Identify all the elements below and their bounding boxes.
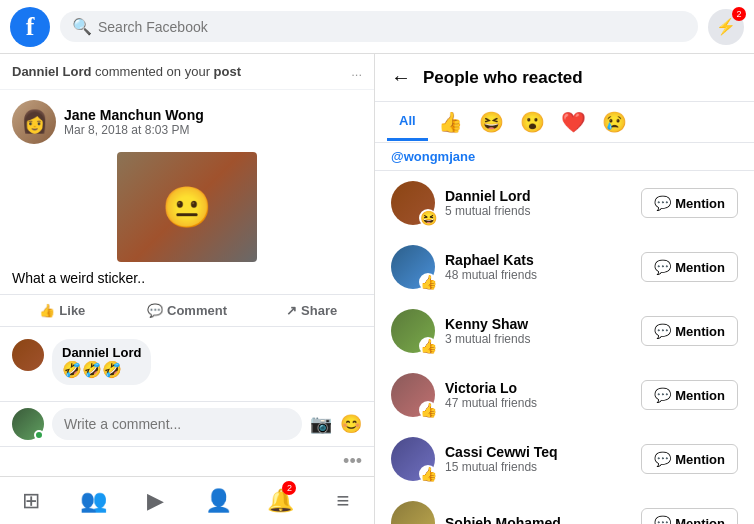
- post-image: 😐: [117, 152, 257, 262]
- person-reaction-icon: 👍: [419, 273, 437, 291]
- notification-header: Danniel Lord commented on your post...: [0, 54, 374, 90]
- post-author-name: Jane Manchun Wong: [64, 107, 362, 123]
- person-mutual: 47 mutual friends: [445, 396, 641, 410]
- right-panel: ← People who reacted All 👍 😆 😮 ❤️ 😢 @won…: [375, 54, 754, 524]
- person-info: Cassi Cewwi Teq 15 mutual friends: [445, 444, 641, 474]
- list-item: 👍 Cassi Cewwi Teq 15 mutual friends 💬 Me…: [375, 427, 754, 491]
- person-avatar-wrap: 😆: [391, 181, 435, 225]
- video-icon: ▶: [147, 488, 164, 514]
- action-buttons: 👍 Like 💬 Comment ↗ Share: [0, 294, 374, 327]
- menu-icon: ≡: [336, 488, 349, 514]
- app-header: f 🔍 ⚡ 2: [0, 0, 754, 54]
- person-mutual: 3 mutual friends: [445, 332, 641, 346]
- tab-like[interactable]: 👍: [432, 102, 469, 142]
- comment-item: Danniel Lord 🤣🤣🤣: [12, 339, 362, 385]
- mention-label: Mention: [675, 388, 725, 403]
- tab-wow[interactable]: 😮: [514, 102, 551, 142]
- share-icon: ↗: [286, 303, 297, 318]
- list-item: 😆 Danniel Lord 5 mutual friends 💬 Mentio…: [375, 171, 754, 235]
- person-avatar-wrap: 👍: [391, 373, 435, 417]
- online-indicator: [34, 430, 44, 440]
- chat-icon: 💬: [654, 451, 671, 467]
- post-user-info: Jane Manchun Wong Mar 8, 2018 at 8:03 PM: [64, 107, 362, 137]
- share-button[interactable]: ↗ Share: [249, 295, 374, 326]
- comment-button[interactable]: 💬 Comment: [125, 295, 250, 326]
- tab-love[interactable]: ❤️: [555, 102, 592, 142]
- person-name: Victoria Lo: [445, 380, 641, 396]
- mention-button[interactable]: 💬 Mention: [641, 316, 738, 346]
- search-bar[interactable]: 🔍: [60, 11, 698, 42]
- nav-profile[interactable]: 👤: [187, 477, 249, 524]
- profile-icon: 👤: [205, 488, 232, 514]
- mention-button[interactable]: 💬 Mention: [641, 188, 738, 218]
- notification-badge: 2: [282, 481, 296, 495]
- person-name: Sohieb Mohamed: [445, 515, 641, 524]
- person-name: Cassi Cewwi Teq: [445, 444, 641, 460]
- comment-input[interactable]: [52, 408, 302, 440]
- list-item: 👍 Kenny Shaw 3 mutual friends 💬 Mention: [375, 299, 754, 363]
- people-list: 😆 Danniel Lord 5 mutual friends 💬 Mentio…: [375, 171, 754, 524]
- person-avatar: [391, 501, 435, 524]
- tab-sad[interactable]: 😢: [596, 102, 633, 142]
- more-options-dots[interactable]: •••: [343, 451, 362, 472]
- comment-icon: 💬: [147, 303, 163, 318]
- chat-icon: 💬: [654, 259, 671, 275]
- camera-icon[interactable]: 📷: [310, 413, 332, 435]
- highlight-user: @wongmjane: [375, 143, 754, 171]
- mention-button[interactable]: 💬 Mention: [641, 444, 738, 474]
- back-button[interactable]: ←: [391, 66, 411, 89]
- tab-haha[interactable]: 😆: [473, 102, 510, 142]
- reaction-tabs: All 👍 😆 😮 ❤️ 😢: [375, 102, 754, 143]
- mention-button[interactable]: 💬 Mention: [641, 508, 738, 524]
- mention-label: Mention: [675, 260, 725, 275]
- person-reaction-icon: 👍: [419, 401, 437, 419]
- search-icon: 🔍: [72, 17, 92, 36]
- person-avatar-wrap: 😆: [391, 501, 435, 524]
- person-info: Sohieb Mohamed: [445, 515, 641, 524]
- nav-video[interactable]: ▶: [125, 477, 187, 524]
- post-author-avatar: 👩: [12, 100, 56, 144]
- friends-icon: 👥: [80, 488, 107, 514]
- post-meta: 👩 Jane Manchun Wong Mar 8, 2018 at 8:03 …: [12, 100, 362, 144]
- like-button[interactable]: 👍 Like: [0, 295, 125, 326]
- main-content: Danniel Lord commented on your post... 👩…: [0, 54, 754, 524]
- mention-button[interactable]: 💬 Mention: [641, 252, 738, 282]
- tab-all[interactable]: All: [387, 103, 428, 141]
- person-reaction-icon: 👍: [419, 465, 437, 483]
- facebook-logo: f: [10, 7, 50, 47]
- more-options-button[interactable]: ...: [351, 64, 362, 79]
- chat-icon: 💬: [654, 323, 671, 339]
- person-reaction-icon: 😆: [419, 209, 437, 227]
- person-mutual: 48 mutual friends: [445, 268, 641, 282]
- nav-menu[interactable]: ≡: [312, 477, 374, 524]
- notif-user: Danniel Lord: [12, 64, 91, 79]
- person-reaction-icon: 👍: [419, 337, 437, 355]
- search-input[interactable]: [98, 19, 686, 35]
- person-info: Kenny Shaw 3 mutual friends: [445, 316, 641, 346]
- comment-author: Danniel Lord: [62, 345, 141, 360]
- mention-label: Mention: [675, 196, 725, 211]
- post-area: 👩 Jane Manchun Wong Mar 8, 2018 at 8:03 …: [0, 90, 374, 290]
- nav-home[interactable]: ⊞: [0, 477, 62, 524]
- comment-bubble: Danniel Lord 🤣🤣🤣: [52, 339, 151, 385]
- comment-input-area: 📷 😊: [0, 401, 374, 446]
- nav-notifications[interactable]: 🔔 2: [249, 477, 311, 524]
- chat-icon: 💬: [654, 515, 671, 524]
- chat-icon: 💬: [654, 195, 671, 211]
- nav-friends[interactable]: 👥: [62, 477, 124, 524]
- reactions-title: People who reacted: [423, 68, 583, 88]
- messenger-button[interactable]: ⚡ 2: [708, 9, 744, 45]
- mention-button[interactable]: 💬 Mention: [641, 380, 738, 410]
- post-time: Mar 8, 2018 at 8:03 PM: [64, 123, 362, 137]
- person-avatar-wrap: 👍: [391, 437, 435, 481]
- like-icon: 👍: [39, 303, 55, 318]
- mention-label: Mention: [675, 516, 725, 525]
- comment-emoji: 🤣🤣🤣: [62, 361, 122, 378]
- list-item: 😆 Sohieb Mohamed 💬 Mention: [375, 491, 754, 524]
- person-name: Raphael Kats: [445, 252, 641, 268]
- person-name: Kenny Shaw: [445, 316, 641, 332]
- emoji-icon[interactable]: 😊: [340, 413, 362, 435]
- chat-icon: 💬: [654, 387, 671, 403]
- mention-label: Mention: [675, 452, 725, 467]
- person-avatar-wrap: 👍: [391, 309, 435, 353]
